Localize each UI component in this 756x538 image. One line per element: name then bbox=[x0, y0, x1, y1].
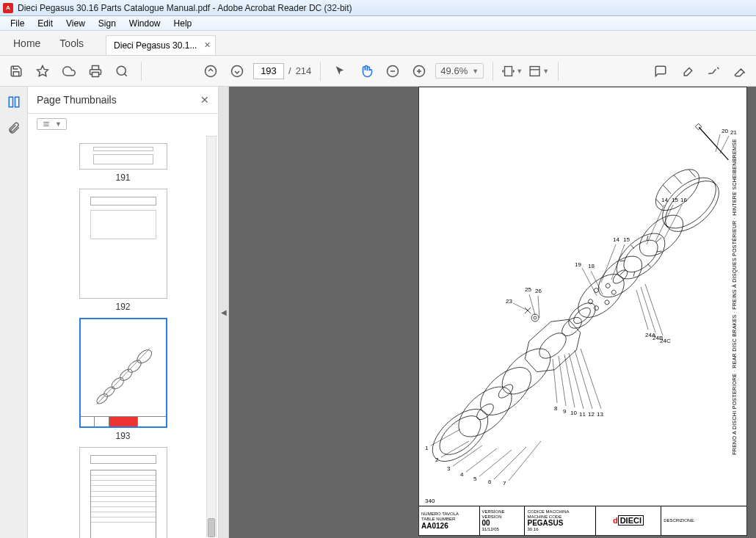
svg-line-107 bbox=[582, 268, 597, 296]
search-icon[interactable] bbox=[112, 61, 132, 81]
window-title: Dieci Pegasus 30.16 Parts Catalogue Manu… bbox=[18, 3, 352, 13]
svg-point-44 bbox=[611, 289, 617, 295]
svg-text:3: 3 bbox=[447, 465, 451, 472]
svg-line-66 bbox=[689, 170, 696, 177]
menu-sign[interactable]: Sign bbox=[92, 17, 122, 30]
svg-point-38 bbox=[570, 266, 631, 326]
separator bbox=[493, 62, 493, 81]
zoom-in-icon[interactable] bbox=[409, 61, 429, 81]
svg-point-25 bbox=[134, 347, 153, 366]
svg-line-119 bbox=[641, 287, 655, 332]
svg-line-85 bbox=[553, 359, 557, 403]
menu-help[interactable]: Help bbox=[168, 17, 198, 30]
nav-rail bbox=[0, 87, 28, 538]
svg-text:19: 19 bbox=[575, 261, 581, 268]
svg-point-47 bbox=[608, 225, 673, 288]
cloud-icon[interactable] bbox=[59, 61, 79, 81]
svg-line-81 bbox=[494, 447, 526, 479]
print-icon[interactable] bbox=[85, 61, 106, 81]
svg-text:4: 4 bbox=[460, 471, 464, 478]
comment-icon[interactable] bbox=[650, 61, 671, 81]
separator bbox=[558, 62, 559, 81]
menu-window[interactable]: Window bbox=[123, 17, 167, 30]
attachment-icon[interactable] bbox=[6, 120, 22, 137]
svg-text:10: 10 bbox=[570, 410, 577, 416]
arrow-tool-icon[interactable] bbox=[330, 61, 350, 81]
page-footer-block: NUMERO TAVOLA TABLE NUMBER AA0126 VERSIO… bbox=[419, 506, 746, 535]
svg-line-49 bbox=[620, 270, 625, 275]
document-view[interactable]: 1 2 3 4 5 6 7 8 9 10 11 12 13 14 15 bbox=[229, 87, 756, 538]
zoom-value: 49.6% bbox=[440, 65, 468, 76]
svg-point-70 bbox=[534, 316, 537, 319]
svg-point-4 bbox=[206, 65, 217, 76]
svg-line-3 bbox=[124, 73, 126, 76]
thumbnail-193[interactable]: 193 bbox=[79, 318, 167, 441]
thumbnails-options[interactable]: ▼ bbox=[37, 118, 67, 130]
svg-line-64 bbox=[663, 185, 671, 194]
thumbnails-icon[interactable] bbox=[6, 94, 22, 110]
svg-line-73 bbox=[441, 441, 469, 457]
svg-point-27 bbox=[433, 409, 488, 462]
tab-strip: Home Tools Dieci Pegasus 30.1... ✕ bbox=[0, 31, 756, 56]
svg-line-77 bbox=[466, 448, 497, 472]
thumbnail-label: 192 bbox=[79, 302, 167, 312]
scrollbar-thumb[interactable] bbox=[208, 518, 215, 537]
svg-point-43 bbox=[604, 299, 610, 305]
menu-file[interactable]: File bbox=[4, 17, 30, 30]
thumbnail-191[interactable]: 191 bbox=[79, 143, 167, 183]
chevron-down-icon: ▼ bbox=[55, 120, 62, 128]
svg-line-83 bbox=[509, 441, 541, 481]
svg-point-22 bbox=[109, 376, 126, 391]
svg-text:12: 12 bbox=[588, 411, 595, 418]
svg-line-97 bbox=[601, 244, 616, 283]
close-panel-icon[interactable]: ✕ bbox=[200, 94, 209, 106]
page-up-icon[interactable] bbox=[200, 61, 221, 81]
svg-text:5: 5 bbox=[473, 476, 477, 482]
svg-text:14: 14 bbox=[661, 197, 668, 203]
thumbnails-scrollbar[interactable] bbox=[206, 136, 217, 537]
tab-home[interactable]: Home bbox=[10, 32, 43, 55]
star-icon[interactable] bbox=[32, 61, 53, 81]
menu-view[interactable]: View bbox=[60, 17, 91, 30]
svg-line-51 bbox=[631, 245, 634, 248]
svg-text:16: 16 bbox=[680, 197, 687, 203]
page-input[interactable] bbox=[253, 63, 284, 79]
sign-icon[interactable] bbox=[703, 61, 724, 81]
menu-edit[interactable]: Edit bbox=[32, 17, 59, 30]
thumbnail-192[interactable]: 192 bbox=[79, 189, 167, 312]
separator bbox=[141, 62, 142, 81]
collapse-panel-handle[interactable]: ◀ bbox=[219, 87, 229, 538]
erase-icon[interactable] bbox=[730, 61, 750, 81]
page-number-box: / 214 bbox=[253, 63, 311, 79]
fit-width-icon[interactable]: ▼ bbox=[502, 61, 523, 81]
svg-point-28 bbox=[450, 377, 520, 446]
svg-point-26 bbox=[424, 399, 497, 470]
svg-line-125 bbox=[538, 296, 539, 318]
thumbnail-194[interactable]: 194 bbox=[79, 447, 167, 538]
svg-text:6: 6 bbox=[488, 479, 492, 485]
highlight-icon[interactable] bbox=[677, 61, 697, 81]
svg-text:23: 23 bbox=[506, 298, 512, 305]
svg-line-123 bbox=[529, 294, 535, 315]
zoom-level[interactable]: 49.6% ▼ bbox=[435, 63, 484, 79]
page-display-icon[interactable]: ▼ bbox=[528, 61, 549, 81]
page-down-icon[interactable] bbox=[227, 61, 247, 81]
save-icon[interactable] bbox=[6, 61, 26, 81]
svg-text:7: 7 bbox=[503, 480, 506, 487]
svg-point-41 bbox=[605, 283, 611, 288]
pdf-icon: A bbox=[3, 3, 13, 13]
hand-tool-icon[interactable] bbox=[356, 61, 377, 81]
brand-logo: ddDIECIDIECI bbox=[613, 516, 644, 525]
tab-document[interactable]: Dieci Pegasus 30.1... ✕ bbox=[106, 35, 216, 55]
svg-marker-0 bbox=[37, 65, 48, 76]
page-caption: FRENO A DISCHI POSTERIORE · REAR DISC BR… bbox=[726, 90, 742, 503]
svg-point-2 bbox=[117, 66, 126, 75]
svg-point-24 bbox=[126, 358, 143, 374]
close-tab-icon[interactable]: ✕ bbox=[204, 40, 211, 50]
svg-line-89 bbox=[564, 355, 575, 407]
zoom-out-icon[interactable] bbox=[382, 61, 403, 81]
svg-text:9: 9 bbox=[563, 408, 567, 415]
menubar: File Edit View Sign Window Help bbox=[0, 16, 756, 31]
tab-tools[interactable]: Tools bbox=[57, 32, 87, 55]
svg-text:14: 14 bbox=[613, 236, 619, 243]
